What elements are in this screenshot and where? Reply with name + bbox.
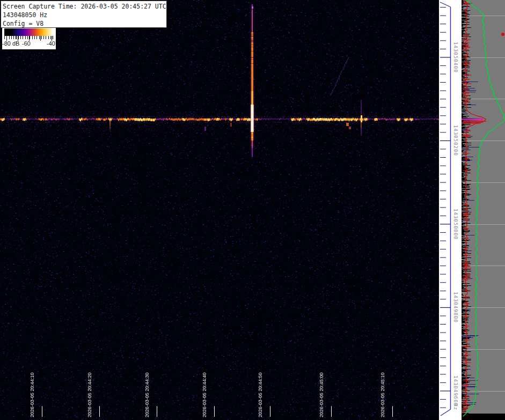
time-axis-tick (331, 406, 332, 417)
time-axis-tick (392, 406, 393, 417)
freq-axis-label: 143050400 (452, 42, 458, 73)
colorbar-label-max: -40 (47, 40, 55, 47)
freq-axis-label: 143050000 (452, 209, 458, 240)
time-axis-label: 2026-03-05 20:44:20 (87, 372, 93, 417)
colorbar-major-tick (40, 36, 41, 41)
time-axis-label: 2026-03-05 20:44:50 (258, 372, 264, 417)
capture-time-text: Screen Capture Time: 2026-03-05 20:45:27… (3, 2, 166, 11)
freq-axis-label: 143049800 (452, 292, 458, 323)
frequency-axis-ruler: 1430504001430502001430500001430498001430… (439, 0, 462, 420)
time-axis-tick (157, 406, 157, 417)
time-axis-label: 2026-03-05 20:45:10 (380, 372, 386, 417)
spectrum-side-panel (462, 0, 505, 420)
time-axis-tick (270, 406, 270, 417)
colorbar: -80 dB -60 -40 (2, 28, 56, 49)
frequency-axis-unit: Hz (452, 403, 458, 410)
freq-axis-label: 143050200 (452, 125, 458, 156)
time-axis-tick (99, 406, 100, 417)
capture-info-box: Screen Capture Time: 2026-03-05 20:45:27… (1, 1, 167, 28)
config-text: Config = V8 (3, 19, 166, 28)
center-frequency-text: 143048050 Hz (3, 11, 166, 19)
time-axis-tick (42, 406, 42, 417)
time-axis-label: 2026-03-05 20:44:10 (30, 372, 35, 417)
colorbar-label-mid: -60 (22, 40, 31, 47)
colorbar-ticks (4, 36, 55, 39)
spectrogram-waterfall (0, 0, 439, 420)
spectrogram-app-window: Screen Capture Time: 2026-03-05 20:45:27… (0, 0, 505, 420)
colorbar-gradient (4, 28, 55, 36)
time-axis-tick (214, 406, 215, 417)
freq-axis-label: 143049600 (452, 375, 458, 407)
time-axis-label: 2026-03-05 20:45:00 (319, 372, 325, 417)
time-axis-label: 2026-03-05 20:44:30 (144, 372, 150, 417)
colorbar-label-min: -80 dB (2, 40, 19, 47)
time-axis-label: 2026-03-05 20:44:40 (202, 372, 208, 417)
